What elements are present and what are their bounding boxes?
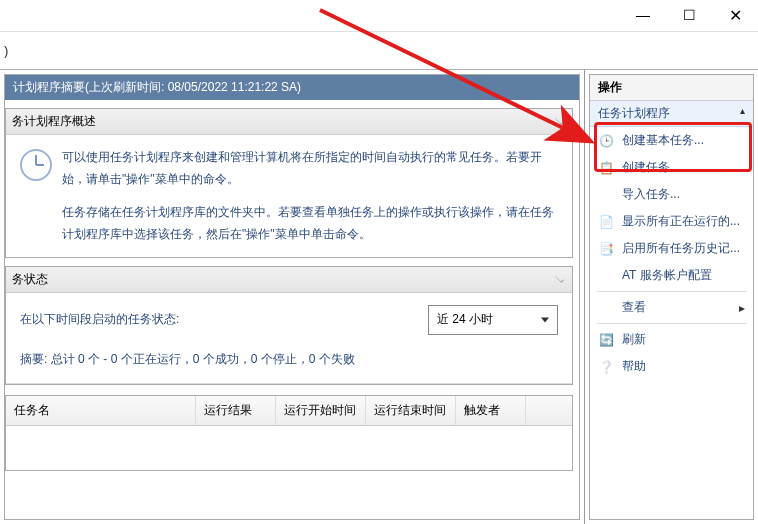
status-label: 在以下时间段启动的任务状态: xyxy=(20,309,179,331)
action-import-task[interactable]: 导入任务... xyxy=(590,181,753,208)
main-pane: 计划程序摘要(上次刷新时间: 08/05/2022 11:21:22 SA) 务… xyxy=(0,70,585,524)
create-basic-task-icon: 🕒 xyxy=(598,133,614,149)
clock-icon xyxy=(20,149,52,181)
overview-panel: 务计划程序概述 可以使用任务计划程序来创建和管理计算机将在所指定的时间自动执行的… xyxy=(5,108,573,258)
time-range-dropdown[interactable]: 近 24 小时 xyxy=(428,305,558,335)
action-enable-history[interactable]: 📑启用所有任务历史记... xyxy=(590,235,753,262)
action-create-task[interactable]: 📋创建任务... xyxy=(590,154,753,181)
action-label: 显示所有正在运行的... xyxy=(622,213,740,230)
enable-history-icon: 📑 xyxy=(598,241,614,257)
import-task-icon xyxy=(598,187,614,203)
help-icon: ❔ xyxy=(598,359,614,375)
action-label: 启用所有任务历史记... xyxy=(622,240,740,257)
status-summary: 摘要: 总计 0 个 - 0 个正在运行，0 个成功，0 个停止，0 个失败 xyxy=(20,349,558,371)
overview-para1: 可以使用任务计划程序来创建和管理计算机将在所指定的时间自动执行的常见任务。若要开… xyxy=(62,147,558,190)
window-titlebar: — ☐ ✕ xyxy=(0,0,758,32)
overview-panel-header[interactable]: 务计划程序概述 xyxy=(6,109,572,135)
action-label: AT 服务帐户配置 xyxy=(622,267,712,284)
action-show-running[interactable]: 📄显示所有正在运行的... xyxy=(590,208,753,235)
col-end-time[interactable]: 运行结束时间 xyxy=(366,396,456,425)
col-task-name[interactable]: 任务名 xyxy=(6,396,196,425)
actions-pane: 操作 任务计划程序 🕒创建基本任务...📋创建任务...导入任务...📄显示所有… xyxy=(585,70,758,524)
col-result[interactable]: 运行结果 xyxy=(196,396,276,425)
action-label: 导入任务... xyxy=(622,186,680,203)
close-button[interactable]: ✕ xyxy=(712,0,758,30)
action-label: 创建任务... xyxy=(622,159,680,176)
overview-text: 可以使用任务计划程序来创建和管理计算机将在所指定的时间自动执行的常见任务。若要开… xyxy=(62,147,558,245)
chevron-right-icon: ▸ xyxy=(739,301,745,315)
status-panel: 务状态 在以下时间段启动的任务状态: 近 24 小时 摘要: 总计 0 个 - … xyxy=(5,266,573,384)
action-label: 创建基本任务... xyxy=(622,132,704,149)
minimize-button[interactable]: — xyxy=(620,0,666,30)
col-trigger[interactable]: 触发者 xyxy=(456,396,526,425)
col-start-time[interactable]: 运行开始时间 xyxy=(276,396,366,425)
at-service-account-icon xyxy=(598,268,614,284)
toolbar: ) xyxy=(0,32,758,70)
view-icon xyxy=(598,300,614,316)
action-label: 刷新 xyxy=(622,331,646,348)
action-create-basic-task[interactable]: 🕒创建基本任务... xyxy=(590,127,753,154)
refresh-icon: 🔄 xyxy=(598,332,614,348)
actions-title: 操作 xyxy=(590,75,753,101)
task-table: 任务名 运行结果 运行开始时间 运行结束时间 触发者 xyxy=(5,395,573,471)
overview-para2: 任务存储在任务计划程序库的文件夹中。若要查看单独任务上的操作或执行该操作，请在任… xyxy=(62,202,558,245)
separator xyxy=(596,323,747,324)
action-label: 查看 xyxy=(622,299,646,316)
actions-section-header[interactable]: 任务计划程序 xyxy=(590,101,753,127)
show-running-icon: 📄 xyxy=(598,214,614,230)
status-panel-header[interactable]: 务状态 xyxy=(6,267,572,293)
action-at-service-account[interactable]: AT 服务帐户配置 xyxy=(590,262,753,289)
action-refresh[interactable]: 🔄刷新 xyxy=(590,326,753,353)
separator xyxy=(596,291,747,292)
action-view[interactable]: 查看▸ xyxy=(590,294,753,321)
create-task-icon: 📋 xyxy=(598,160,614,176)
summary-header: 计划程序摘要(上次刷新时间: 08/05/2022 11:21:22 SA) xyxy=(5,75,579,100)
maximize-button[interactable]: ☐ xyxy=(666,0,712,30)
action-help[interactable]: ❔帮助 xyxy=(590,353,753,380)
action-label: 帮助 xyxy=(622,358,646,375)
